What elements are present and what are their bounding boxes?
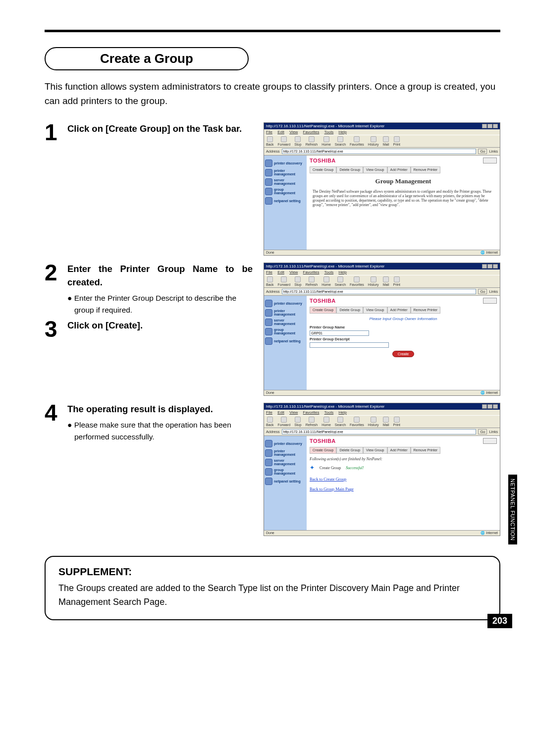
menu-favorites[interactable]: Favorites [303, 270, 320, 274]
address-input[interactable] [282, 289, 477, 294]
toolbar-search[interactable]: Search [335, 417, 346, 427]
sidebar-item-printer-management[interactable]: printer management [265, 169, 306, 176]
sidebar-item-printer-management[interactable]: printer management [265, 309, 306, 317]
toolbar-refresh[interactable]: Refresh [306, 136, 318, 146]
tab-create-group[interactable]: Create Group [310, 166, 336, 173]
tab-remove-printer[interactable]: Remove Printer [411, 166, 441, 173]
tab-add-printer[interactable]: Add Printer [387, 166, 411, 173]
menu-tools[interactable]: Tools [324, 270, 334, 274]
tab-view-group[interactable]: View Group [363, 307, 387, 314]
toolbar-home[interactable]: Home [321, 417, 331, 427]
tab-delete-group[interactable]: Delete Group [336, 166, 363, 173]
toolbar-forward[interactable]: Forward [278, 276, 291, 286]
toolbar-stop[interactable]: Stop [294, 417, 301, 427]
sidebar-item-netpanel-setting[interactable]: netpanel setting [265, 197, 306, 205]
sidebar-item-printer-management[interactable]: printer management [265, 449, 306, 457]
window-buttons[interactable] [482, 264, 498, 269]
menu-favorites[interactable]: Favorites [303, 410, 320, 415]
go-button[interactable]: Go [478, 429, 487, 434]
toolbar-mail[interactable]: Mail [383, 136, 389, 146]
menu-help[interactable]: Help [339, 410, 347, 415]
menu-bar[interactable]: File Edit View Favorites Tools Help [264, 410, 500, 415]
tab-create-group[interactable]: Create Group [310, 447, 336, 454]
tab-remove-printer[interactable]: Remove Printer [411, 447, 441, 454]
toolbar-stop[interactable]: Stop [294, 276, 301, 286]
menu-edit[interactable]: Edit [277, 410, 284, 415]
sidebar-item-server-management[interactable]: server management [265, 459, 306, 466]
menu-help[interactable]: Help [339, 270, 347, 274]
sidebar-item-netpanel-setting[interactable]: netpanel setting [265, 478, 306, 485]
tab-view-group[interactable]: View Group [363, 447, 387, 454]
sidebar-item-netpanel-setting[interactable]: netpanel setting [265, 337, 306, 345]
menu-file[interactable]: File [266, 410, 272, 415]
menu-file[interactable]: File [266, 130, 272, 134]
address-input[interactable] [282, 429, 477, 434]
tab-add-printer[interactable]: Add Printer [387, 447, 411, 454]
tab-view-group[interactable]: View Group [363, 166, 387, 173]
toolbar-refresh[interactable]: Refresh [306, 417, 318, 427]
language-flags[interactable] [483, 438, 497, 444]
window-buttons[interactable] [482, 124, 498, 128]
toolbar-print[interactable]: Print [393, 417, 400, 427]
toolbar-forward[interactable]: Forward [278, 136, 291, 146]
links-label[interactable]: Links [489, 149, 498, 154]
sidebar-item-group-management[interactable]: group management [265, 188, 306, 195]
toolbar-favorites[interactable]: Favorites [350, 276, 364, 286]
links-label[interactable]: Links [489, 430, 498, 434]
toolbar-home[interactable]: Home [321, 276, 331, 286]
tab-add-printer[interactable]: Add Printer [387, 307, 411, 314]
menu-tools[interactable]: Tools [324, 130, 334, 134]
toolbar-search[interactable]: Search [335, 136, 346, 146]
menu-help[interactable]: Help [339, 130, 347, 134]
language-flags[interactable] [483, 298, 497, 304]
toolbar-back[interactable]: Back [266, 276, 274, 286]
sidebar-item-printer-discovery[interactable]: printer discovery [265, 300, 306, 307]
menu-bar[interactable]: File Edit View Favorites Tools Help [264, 270, 500, 275]
sidebar-item-server-management[interactable]: server management [265, 319, 306, 326]
menu-bar[interactable]: File Edit View Favorites Tools Help [264, 129, 500, 135]
go-button[interactable]: Go [478, 149, 487, 154]
toolbar-refresh[interactable]: Refresh [306, 276, 318, 286]
toolbar-favorites[interactable]: Favorites [350, 136, 364, 146]
menu-file[interactable]: File [266, 270, 272, 274]
toolbar-favorites[interactable]: Favorites [350, 417, 364, 427]
language-flags[interactable] [483, 158, 497, 163]
menu-tools[interactable]: Tools [324, 410, 334, 415]
toolbar-history[interactable]: History [368, 417, 379, 427]
toolbar-home[interactable]: Home [321, 136, 331, 146]
sidebar-item-group-management[interactable]: group management [265, 328, 306, 335]
sidebar-item-server-management[interactable]: server management [265, 178, 306, 186]
menu-edit[interactable]: Edit [277, 270, 284, 274]
sidebar-item-printer-discovery[interactable]: printer discovery [265, 160, 306, 167]
menu-favorites[interactable]: Favorites [303, 130, 320, 134]
tab-delete-group[interactable]: Delete Group [336, 447, 363, 454]
tab-delete-group[interactable]: Delete Group [336, 307, 363, 314]
menu-view[interactable]: View [289, 130, 298, 134]
tab-remove-printer[interactable]: Remove Printer [411, 307, 441, 314]
address-input[interactable] [282, 149, 477, 154]
toolbar-back[interactable]: Back [266, 136, 274, 146]
toolbar-history[interactable]: History [368, 276, 379, 286]
go-button[interactable]: Go [478, 289, 487, 294]
input-group-name[interactable] [310, 330, 369, 336]
sidebar-item-group-management[interactable]: group management [265, 468, 306, 476]
toolbar-stop[interactable]: Stop [294, 136, 301, 146]
link-back-group-main[interactable]: Back to Group Main Page [310, 486, 497, 491]
toolbar-print[interactable]: Print [393, 136, 400, 146]
window-buttons[interactable] [482, 404, 498, 409]
menu-edit[interactable]: Edit [277, 130, 284, 134]
sidebar-item-printer-discovery[interactable]: printer discovery [265, 440, 306, 447]
toolbar-forward[interactable]: Forward [278, 417, 291, 427]
menu-view[interactable]: View [289, 270, 298, 274]
toolbar-mail[interactable]: Mail [383, 417, 389, 427]
create-button[interactable]: Create [392, 351, 415, 357]
toolbar-search[interactable]: Search [335, 276, 346, 286]
link-back-create-group[interactable]: Back to Create Group [310, 477, 497, 482]
input-group-descript[interactable] [310, 342, 389, 348]
menu-view[interactable]: View [289, 410, 298, 415]
toolbar-back[interactable]: Back [266, 417, 274, 427]
toolbar-history[interactable]: History [368, 136, 379, 146]
tab-create-group[interactable]: Create Group [310, 307, 336, 314]
toolbar-print[interactable]: Print [393, 276, 400, 286]
links-label[interactable]: Links [489, 289, 498, 294]
